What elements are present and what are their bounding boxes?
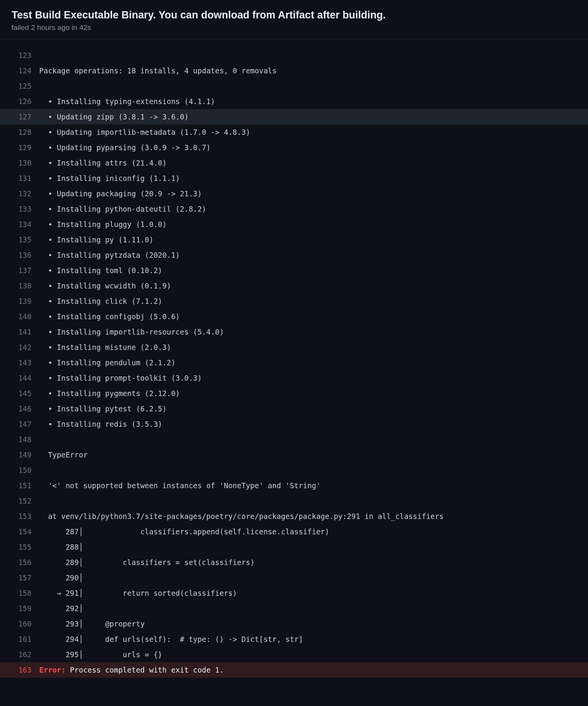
line-number[interactable]: 154 [0, 524, 39, 539]
log-line[interactable]: 148 [0, 432, 588, 447]
line-number[interactable]: 137 [0, 263, 39, 278]
line-number[interactable]: 146 [0, 401, 39, 416]
log-line[interactable]: 158 → 291│ return sorted(classifiers) [0, 585, 588, 601]
log-line[interactable]: 159 292│ [0, 601, 588, 616]
log-line[interactable]: 139 • Installing click (7.1.2) [0, 293, 588, 309]
line-number[interactable]: 130 [0, 155, 39, 171]
log-content: 287│ classifiers.append(self.license.cla… [39, 524, 588, 539]
line-number[interactable]: 145 [0, 386, 39, 401]
log-content: • Updating packaging (20.9 -> 21.3) [39, 186, 588, 201]
line-number[interactable]: 144 [0, 370, 39, 386]
log-content: • Installing mistune (2.0.3) [39, 340, 588, 355]
line-number[interactable]: 163 [0, 662, 39, 678]
log-line[interactable]: 144 • Installing prompt-toolkit (3.0.3) [0, 370, 588, 386]
line-number[interactable]: 153 [0, 509, 39, 524]
line-number[interactable]: 124 [0, 63, 39, 78]
log-line[interactable]: 160 293│ @property [0, 616, 588, 631]
log-content: → 291│ return sorted(classifiers) [39, 585, 588, 601]
log-line[interactable]: 163Error: Process completed with exit co… [0, 662, 588, 678]
line-number[interactable]: 128 [0, 124, 39, 140]
log-content: 293│ @property [39, 616, 588, 631]
log-content: Package operations: 18 installs, 4 updat… [39, 63, 588, 78]
line-number[interactable]: 151 [0, 478, 39, 493]
line-number[interactable]: 135 [0, 232, 39, 247]
line-number[interactable]: 158 [0, 585, 39, 601]
line-number[interactable]: 149 [0, 447, 39, 462]
log-line[interactable]: 130 • Installing attrs (21.4.0) [0, 155, 588, 171]
log-line[interactable]: 147 • Installing redis (3.5.3) [0, 416, 588, 432]
log-line[interactable]: 131 • Installing iniconfig (1.1.1) [0, 171, 588, 186]
run-status: failed 2 hours ago in 42s [12, 23, 576, 32]
log-line[interactable]: 129 • Updating pyparsing (3.0.9 -> 3.0.7… [0, 140, 588, 155]
log-line[interactable]: 154 287│ classifiers.append(self.license… [0, 524, 588, 539]
line-number[interactable]: 134 [0, 217, 39, 232]
log-line[interactable]: 152 [0, 493, 588, 509]
log-content: Error: Process completed with exit code … [39, 662, 588, 678]
line-number[interactable]: 131 [0, 171, 39, 186]
line-number[interactable]: 126 [0, 94, 39, 109]
line-number[interactable]: 140 [0, 309, 39, 324]
line-number[interactable]: 156 [0, 555, 39, 570]
line-number[interactable]: 162 [0, 647, 39, 662]
log-line[interactable]: 162 295│ urls = {} [0, 647, 588, 662]
line-number[interactable]: 123 [0, 48, 39, 63]
log-line[interactable]: 134 • Installing pluggy (1.0.0) [0, 217, 588, 232]
line-number[interactable]: 159 [0, 601, 39, 616]
log-content: • Updating zipp (3.8.1 -> 3.6.0) [39, 109, 588, 124]
line-number[interactable]: 148 [0, 432, 39, 447]
log-line[interactable]: 142 • Installing mistune (2.0.3) [0, 340, 588, 355]
log-line[interactable]: 150 [0, 462, 588, 478]
line-number[interactable]: 125 [0, 78, 39, 94]
line-number[interactable]: 160 [0, 616, 39, 631]
log-line[interactable]: 156 289│ classifiers = set(classifiers) [0, 555, 588, 570]
log-output[interactable]: 123124Package operations: 18 installs, 4… [0, 39, 588, 678]
log-line[interactable]: 145 • Installing pygments (2.12.0) [0, 386, 588, 401]
log-content: • Installing toml (0.10.2) [39, 263, 588, 278]
log-line[interactable]: 132 • Updating packaging (20.9 -> 21.3) [0, 186, 588, 201]
line-number[interactable]: 138 [0, 278, 39, 293]
line-number[interactable]: 133 [0, 201, 39, 217]
log-line[interactable]: 127 • Updating zipp (3.8.1 -> 3.6.0) [0, 109, 588, 124]
log-line[interactable]: 157 290│ [0, 570, 588, 585]
line-number[interactable]: 142 [0, 340, 39, 355]
line-number[interactable]: 141 [0, 324, 39, 340]
line-number[interactable]: 155 [0, 539, 39, 555]
log-line[interactable]: 143 • Installing pendulum (2.1.2) [0, 355, 588, 370]
log-line[interactable]: 141 • Installing importlib-resources (5.… [0, 324, 588, 340]
log-content: • Installing redis (3.5.3) [39, 416, 588, 432]
log-line[interactable]: 126 • Installing typing-extensions (4.1.… [0, 94, 588, 109]
log-line[interactable]: 155 288│ [0, 539, 588, 555]
log-content: • Installing iniconfig (1.1.1) [39, 171, 588, 186]
log-line[interactable]: 151 '<' not supported between instances … [0, 478, 588, 493]
line-number[interactable]: 150 [0, 462, 39, 478]
log-line[interactable]: 161 294│ def urls(self): # type: () -> D… [0, 631, 588, 647]
log-content: 290│ [39, 570, 588, 585]
log-content: • Installing attrs (21.4.0) [39, 155, 588, 171]
log-line[interactable]: 149 TypeError [0, 447, 588, 462]
line-number[interactable]: 139 [0, 293, 39, 309]
log-line[interactable]: 135 • Installing py (1.11.0) [0, 232, 588, 247]
line-number[interactable]: 143 [0, 355, 39, 370]
log-line[interactable]: 153 at venv/lib/python3.7/site-packages/… [0, 509, 588, 524]
log-line[interactable]: 133 • Installing python-dateutil (2.8.2) [0, 201, 588, 217]
log-line[interactable]: 137 • Installing toml (0.10.2) [0, 263, 588, 278]
log-line[interactable]: 136 • Installing pytzdata (2020.1) [0, 247, 588, 263]
log-line[interactable]: 128 • Updating importlib-metadata (1.7.0… [0, 124, 588, 140]
line-number[interactable]: 152 [0, 493, 39, 509]
log-line[interactable]: 146 • Installing pytest (6.2.5) [0, 401, 588, 416]
line-number[interactable]: 127 [0, 109, 39, 124]
log-line[interactable]: 124Package operations: 18 installs, 4 up… [0, 63, 588, 78]
log-line[interactable]: 138 • Installing wcwidth (0.1.9) [0, 278, 588, 293]
line-number[interactable]: 147 [0, 416, 39, 432]
log-content: 289│ classifiers = set(classifiers) [39, 555, 588, 570]
line-number[interactable]: 132 [0, 186, 39, 201]
line-number[interactable]: 129 [0, 140, 39, 155]
line-number[interactable]: 136 [0, 247, 39, 263]
log-line[interactable]: 125 [0, 78, 588, 94]
log-content: at venv/lib/python3.7/site-packages/poet… [39, 509, 588, 524]
log-content: • Updating importlib-metadata (1.7.0 -> … [39, 124, 588, 140]
line-number[interactable]: 157 [0, 570, 39, 585]
log-line[interactable]: 140 • Installing configobj (5.0.6) [0, 309, 588, 324]
line-number[interactable]: 161 [0, 631, 39, 647]
log-line[interactable]: 123 [0, 48, 588, 63]
